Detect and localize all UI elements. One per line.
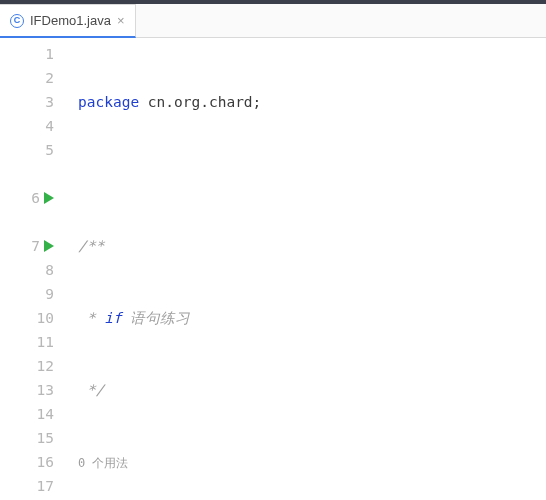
close-icon[interactable]: × [117,13,125,28]
line-number: 12 [37,354,54,378]
line-number: 8 [45,258,54,282]
line-number: 9 [45,282,54,306]
line-number: 10 [37,306,54,330]
run-gutter-icon[interactable] [44,240,54,252]
line-number: 13 [37,378,54,402]
package-name: cn.org.chard; [139,94,261,110]
block-comment-close: */ [78,382,104,398]
line-number: 17 [37,474,54,498]
line-number: 14 [37,402,54,426]
code-editor[interactable]: 1 2 3 4 5 6 7 8 9 10 11 12 13 14 15 16 1… [0,38,546,500]
block-comment-open: /** [78,238,104,254]
line-number: 6 [31,186,40,210]
usage-hint: 0 个用法 [78,456,128,470]
block-comment-line: * if 语句练习 [78,310,190,326]
line-number: 2 [45,66,54,90]
java-class-icon: C [10,14,24,28]
line-number: 3 [45,90,54,114]
code-area[interactable]: package cn.org.chard; /** * if 语句练习 */ 0… [60,38,546,500]
run-gutter-icon[interactable] [44,192,54,204]
line-number: 4 [45,114,54,138]
tab-bar: C IFDemo1.java × [0,4,546,38]
line-number: 1 [45,42,54,66]
line-gutter: 1 2 3 4 5 6 7 8 9 10 11 12 13 14 15 16 1… [0,38,60,500]
line-number: 15 [37,426,54,450]
line-number: 11 [37,330,54,354]
tab-filename: IFDemo1.java [30,13,111,28]
line-number: 16 [37,450,54,474]
line-number: 7 [31,234,40,258]
file-tab[interactable]: C IFDemo1.java × [0,4,136,38]
kw-package: package [78,94,139,110]
line-number: 5 [45,138,54,162]
